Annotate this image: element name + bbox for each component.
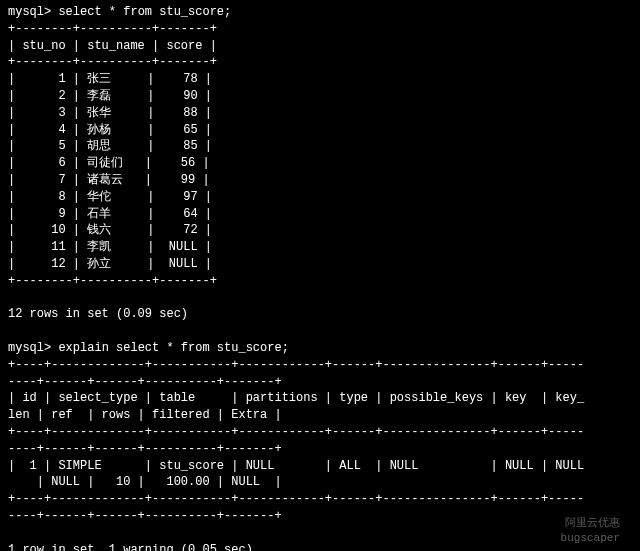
empty-line [8,525,632,542]
empty-line [8,290,632,307]
table-border: +--------+----------+-------+ [8,54,632,71]
empty-line [8,323,632,340]
table-row: | 2 | 李磊 | 90 | [8,88,632,105]
table-row: | 5 | 胡思 | 85 | [8,138,632,155]
table-row: | 1 | SIMPLE | stu_score | NULL | ALL | … [8,458,632,475]
table-row: | 7 | 诸葛云 | 99 | [8,172,632,189]
terminal-output: mysql> select * from stu_score; +-------… [8,4,632,551]
query-line: mysql> explain select * from stu_score; [8,340,632,357]
table-row: | 1 | 张三 | 78 | [8,71,632,88]
watermark-text: 阿里云优惠 [565,516,620,531]
table-border: +----+-------------+-----------+--------… [8,424,632,441]
table-border: ----+------+------+----------+-------+ [8,441,632,458]
table-border: +----+-------------+-----------+--------… [8,357,632,374]
table-row: | 3 | 张华 | 88 | [8,105,632,122]
table-row: | 11 | 李凯 | NULL | [8,239,632,256]
table-row: | 9 | 石羊 | 64 | [8,206,632,223]
mysql-prompt: mysql> [8,5,58,19]
table-row: | 6 | 司徒们 | 56 | [8,155,632,172]
query-line: mysql> select * from stu_score; [8,4,632,21]
table-row: | 4 | 孙杨 | 65 | [8,122,632,139]
status-line: 12 rows in set (0.09 sec) [8,306,632,323]
sql-command: explain select * from stu_score; [58,341,288,355]
table-border: +--------+----------+-------+ [8,273,632,290]
table-row: | NULL | 10 | 100.00 | NULL | [8,474,632,491]
table-border: ----+------+------+----------+-------+ [8,508,632,525]
table-header: | stu_no | stu_name | score | [8,38,632,55]
table-header: len | ref | rows | filtered | Extra | [8,407,632,424]
sql-command: select * from stu_score; [58,5,231,19]
status-line: 1 row in set, 1 warning (0.05 sec) [8,542,632,552]
table-row: | 8 | 华佗 | 97 | [8,189,632,206]
mysql-prompt: mysql> [8,341,58,355]
table-border: +--------+----------+-------+ [8,21,632,38]
table-header: | id | select_type | table | partitions … [8,390,632,407]
table-border: ----+------+------+----------+-------+ [8,374,632,391]
table-border: +----+-------------+-----------+--------… [8,491,632,508]
table-row: | 10 | 钱六 | 72 | [8,222,632,239]
watermark-text: bugscaper [561,531,620,546]
table-row: | 12 | 孙立 | NULL | [8,256,632,273]
